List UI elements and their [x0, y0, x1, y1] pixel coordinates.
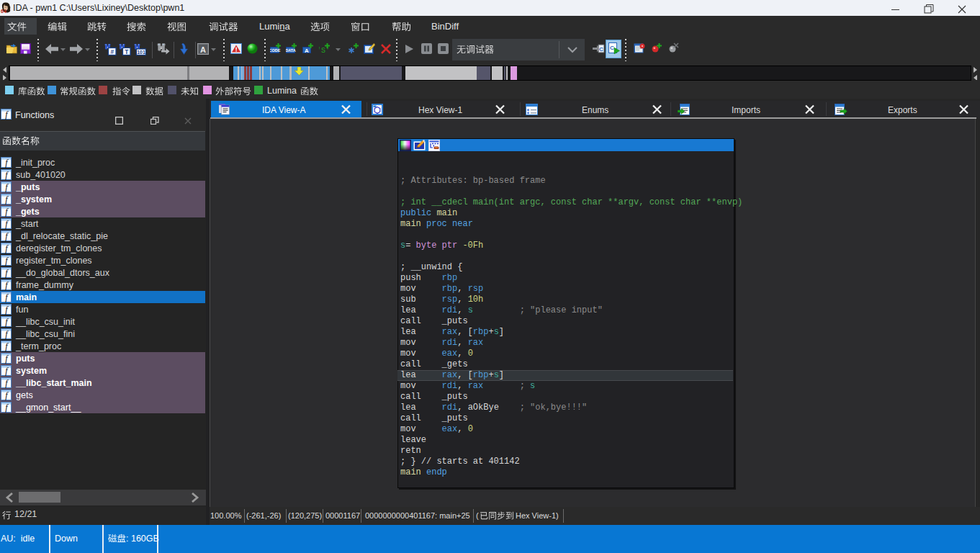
svg-text:A: A: [200, 45, 206, 54]
svg-text:#: #: [110, 48, 114, 55]
svg-text:'S': 'S': [319, 47, 330, 54]
svg-text:C: C: [599, 46, 603, 53]
svg-text:101: 101: [137, 50, 145, 55]
svg-text:DATA: DATA: [286, 48, 296, 53]
svg-text:A: A: [305, 48, 309, 54]
svg-text:CODE: CODE: [270, 48, 281, 53]
svg-text:T: T: [125, 48, 129, 55]
svg-text:C: C: [610, 45, 614, 51]
svg-text:64: 64: [1, 9, 6, 14]
